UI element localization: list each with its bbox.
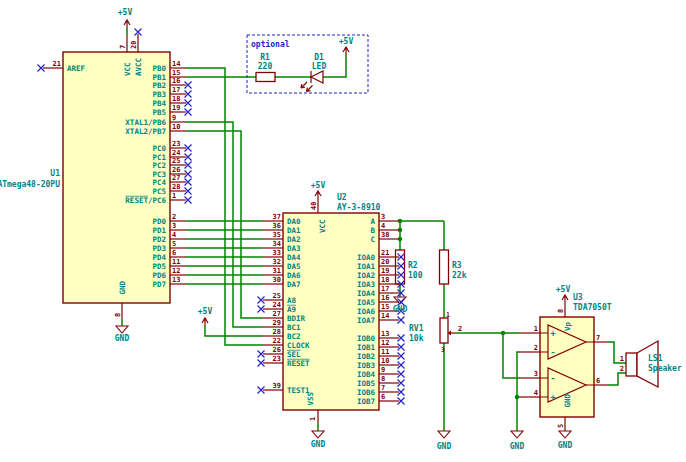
svg-text:9: 9 <box>381 366 385 374</box>
svg-text:GND: GND <box>118 281 127 295</box>
svg-text:18: 18 <box>172 95 180 103</box>
svg-text:RESET/PC6: RESET/PC6 <box>125 196 166 205</box>
svg-text:12: 12 <box>172 267 180 275</box>
svg-text:+: + <box>550 328 556 338</box>
svg-text:22: 22 <box>273 337 281 345</box>
u2-ref: U2 <box>337 193 347 202</box>
r3-value: 22k <box>452 271 467 280</box>
svg-text:SEL: SEL <box>287 350 301 359</box>
svg-text:1: 1 <box>534 325 538 333</box>
svg-text:IOA0: IOA0 <box>357 253 376 262</box>
svg-text:36: 36 <box>273 222 281 230</box>
svg-text:13: 13 <box>172 276 180 284</box>
wire-segment <box>186 68 263 345</box>
svg-text:40: 40 <box>310 202 318 210</box>
svg-text:PC0: PC0 <box>152 144 166 153</box>
svg-text:24: 24 <box>273 301 281 309</box>
svg-text:XTAL2/PB7: XTAL2/PB7 <box>125 127 166 136</box>
u3-ref: U3 <box>573 293 583 302</box>
junction-dot <box>501 331 505 335</box>
svg-text:A: A <box>370 217 375 226</box>
svg-text:24: 24 <box>172 149 180 157</box>
rv1-value: 10k <box>409 334 424 343</box>
r3-ref: R3 <box>452 261 462 270</box>
svg-text:IOA1: IOA1 <box>357 262 376 271</box>
gnd-symbol <box>511 431 523 438</box>
rv1-bottom-pin-number: 3 <box>441 346 445 354</box>
rv1-top-pin-number: 1 <box>446 311 450 319</box>
svg-text:CLOCK: CLOCK <box>287 341 310 350</box>
plus5v-arrow <box>343 47 349 55</box>
svg-text:+: + <box>550 392 556 402</box>
svg-text:21: 21 <box>53 60 61 68</box>
r1-value: 220 <box>258 62 273 71</box>
svg-text:20: 20 <box>130 41 138 49</box>
svg-text:4: 4 <box>172 231 176 239</box>
gnd-label: GND <box>437 442 452 451</box>
svg-text:16: 16 <box>172 77 180 85</box>
schematic-canvas: 14PB015PB116PB217PB318PB419PB59XTAL1/PB6… <box>0 0 686 462</box>
svg-text:12: 12 <box>381 339 389 347</box>
svg-text:IOA5: IOA5 <box>357 298 375 307</box>
junction-dot <box>515 395 519 399</box>
svg-text:21: 21 <box>381 249 389 257</box>
gnd-label: GND <box>393 305 408 314</box>
svg-text:28: 28 <box>172 183 180 191</box>
svg-text:DA3: DA3 <box>287 244 301 253</box>
svg-text:IOB5: IOB5 <box>357 379 375 388</box>
pin-6: 6 <box>594 377 608 386</box>
wire-segment <box>608 373 626 385</box>
svg-text:15: 15 <box>381 303 389 311</box>
svg-text:6: 6 <box>381 393 385 401</box>
svg-text:6: 6 <box>596 377 600 385</box>
svg-text:7: 7 <box>119 45 127 49</box>
svg-text:23: 23 <box>172 140 180 148</box>
gnd-symbol <box>312 431 324 438</box>
svg-text:5: 5 <box>557 424 565 428</box>
plus5v-label: +5V <box>311 181 326 190</box>
svg-text:RESET: RESET <box>287 359 310 368</box>
svg-text:IOB7: IOB7 <box>357 397 375 406</box>
svg-text:XTAL1/PB6: XTAL1/PB6 <box>125 118 166 127</box>
svg-text:-: - <box>550 373 555 383</box>
u2-value: AY-3-8910 <box>337 203 381 212</box>
gnd-symbol <box>116 326 128 333</box>
svg-text:19: 19 <box>172 104 180 112</box>
gnd-symbol <box>438 431 450 438</box>
svg-text:2: 2 <box>172 213 176 221</box>
svg-text:PD7: PD7 <box>152 280 166 289</box>
svg-text:8: 8 <box>381 375 385 383</box>
schematic-page: 14PB015PB116PB217PB318PB419PB59XTAL1/PB6… <box>0 0 686 462</box>
svg-text:PD1: PD1 <box>152 226 166 235</box>
svg-text:DA1: DA1 <box>287 226 301 235</box>
svg-text:6: 6 <box>172 249 176 257</box>
svg-text:PB3: PB3 <box>152 90 166 99</box>
svg-text:PD3: PD3 <box>152 244 166 253</box>
svg-text:AREF: AREF <box>67 64 86 73</box>
wire-segment <box>517 352 520 431</box>
ls1-pin2-number: 2 <box>620 365 624 373</box>
svg-text:PD6: PD6 <box>152 271 166 280</box>
svg-text:PD4: PD4 <box>152 253 166 262</box>
svg-text:17: 17 <box>381 285 389 293</box>
gnd-symbol <box>559 431 571 438</box>
svg-text:Vp: Vp <box>563 321 572 331</box>
r2-ref: R2 <box>408 261 418 270</box>
svg-text:IOA4: IOA4 <box>357 289 376 298</box>
svg-text:VCC: VCC <box>123 62 132 76</box>
svg-text:14: 14 <box>172 60 180 68</box>
r1-body <box>256 73 275 82</box>
svg-text:4: 4 <box>534 389 538 397</box>
gnd-label: GND <box>558 441 573 450</box>
svg-text:30: 30 <box>273 276 281 284</box>
ls1-value: Speaker <box>648 364 682 373</box>
svg-text:DA4: DA4 <box>287 253 301 262</box>
svg-text:VCC: VCC <box>318 219 327 233</box>
svg-text:29: 29 <box>273 319 281 327</box>
svg-text:GND: GND <box>563 394 572 408</box>
svg-text:15: 15 <box>172 69 180 77</box>
svg-text:5: 5 <box>172 240 176 248</box>
svg-text:14: 14 <box>381 312 389 320</box>
plus5v-label: +5V <box>198 307 213 316</box>
svg-text:IOA7: IOA7 <box>357 316 375 325</box>
